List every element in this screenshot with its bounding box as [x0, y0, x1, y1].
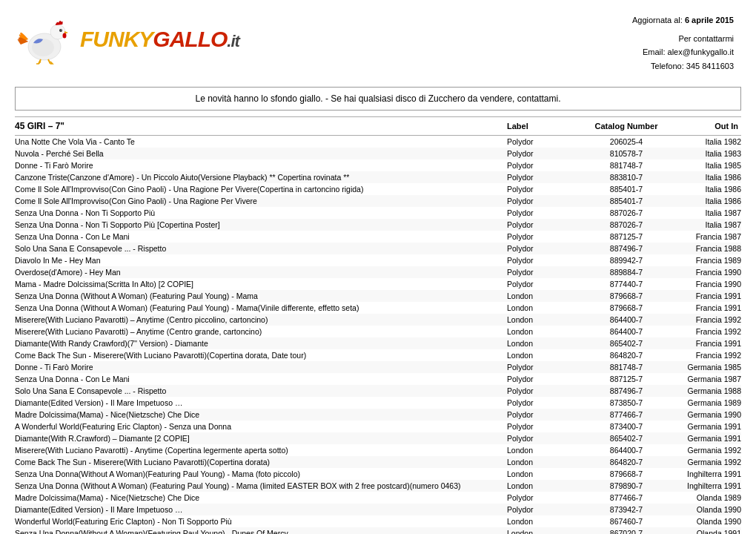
record-catalog: 865402-7 — [586, 337, 667, 349]
record-catalog: 887026-7 — [586, 219, 667, 231]
table-row: Diamante(With Randy Crawford)(7'' Versio… — [15, 337, 741, 349]
page-header: FUNKYGALLO.it Aggiornata al: 6 aprile 20… — [0, 0, 756, 81]
svg-point-5 — [63, 33, 67, 39]
record-outin: Germania 1992 — [667, 456, 741, 468]
record-catalog: 881748-7 — [586, 361, 667, 373]
record-outin: Germania 1985 — [667, 361, 741, 373]
record-outin: Italia 1986 — [667, 195, 741, 207]
record-title: Senza Una Donna (Without A Woman) (Featu… — [15, 302, 504, 314]
record-catalog: 879890-7 — [586, 480, 667, 492]
record-outin: Germania 1989 — [667, 397, 741, 409]
record-catalog: 887496-7 — [586, 385, 667, 397]
record-outin: Germania 1988 — [667, 385, 741, 397]
record-label: Polydor — [504, 373, 586, 385]
record-outin: Olanda 1991 — [667, 527, 741, 534]
record-title: Donne - Ti Farò Morire — [15, 361, 504, 373]
table-row: Diavolo In Me - Hey ManPolydor889942-7Fr… — [15, 254, 741, 266]
logo-area: FUNKYGALLO.it — [15, 13, 239, 65]
table-row: Solo Una Sana E Consapevole ... - Rispet… — [15, 243, 741, 254]
record-catalog: 889942-7 — [586, 254, 667, 266]
record-label: Polydor — [504, 219, 586, 231]
svg-line-7 — [48, 59, 50, 64]
record-catalog: 887026-7 — [586, 207, 667, 219]
table-row: Senza Una Donna (Without A Woman) (Featu… — [15, 290, 741, 302]
record-title: Mama - Madre Dolcissima(Scritta In Alto)… — [15, 278, 504, 290]
record-outin: Italia 1986 — [667, 183, 741, 195]
record-catalog: 873850-7 — [586, 397, 667, 409]
record-title: A Wonderful World(Featuring Eric Clapton… — [15, 421, 504, 432]
record-catalog: 879668-7 — [586, 468, 667, 480]
record-title: Come Il Sole All'Improvviso(Con Gino Pao… — [15, 195, 504, 207]
record-catalog: 885401-7 — [586, 195, 667, 207]
logo-brand: FUNKYGALLO.it — [80, 28, 239, 50]
record-label: Polydor — [504, 171, 586, 183]
record-outin: Germania 1990 — [667, 409, 741, 421]
record-label: London — [504, 527, 586, 534]
record-outin: Francia 1992 — [667, 326, 741, 337]
record-label: London — [504, 337, 586, 349]
record-title: Senza Una Donna(Without A Woman)(Featuri… — [15, 527, 504, 534]
record-catalog: 810578-7 — [586, 148, 667, 159]
record-label: Polydor — [504, 432, 586, 444]
svg-point-4 — [61, 30, 62, 30]
announcement-banner: Le novità hanno lo sfondo giallo. - Se h… — [15, 87, 741, 111]
record-catalog: 877466-7 — [586, 409, 667, 421]
record-outin: Francia 1992 — [667, 349, 741, 361]
record-outin: Olanda 1989 — [667, 492, 741, 504]
record-label: London — [504, 468, 586, 480]
record-label: Polydor — [504, 243, 586, 254]
table-row: Una Notte Che Vola Via - Canto TePolydor… — [15, 135, 741, 148]
table-row: Senza Una Donna (Without A Woman) (Featu… — [15, 302, 741, 314]
record-outin: Francia 1992 — [667, 314, 741, 326]
banner-text: Le novità hanno lo sfondo giallo. - Se h… — [196, 93, 561, 104]
record-label: Polydor — [504, 278, 586, 290]
record-title: Miserere(With Luciano Pavarotti) – Anyti… — [15, 326, 504, 337]
record-catalog: 887125-7 — [586, 373, 667, 385]
record-label: Polydor — [504, 254, 586, 266]
record-outin: Germania 1991 — [667, 432, 741, 444]
record-title: Miserere(With Luciano Pavarotti) - Anyti… — [15, 444, 504, 456]
record-catalog: 865402-7 — [586, 432, 667, 444]
col-header-outin: Out In — [667, 116, 741, 135]
record-catalog: 867020-7 — [586, 527, 667, 534]
record-catalog: 887496-7 — [586, 243, 667, 254]
record-label: London — [504, 314, 586, 326]
record-outin: Francia 1988 — [667, 243, 741, 254]
table-row: Senza Una Donna - Non Ti Sopporto Più [C… — [15, 219, 741, 231]
record-catalog: 873942-7 — [586, 504, 667, 515]
record-outin: Olanda 1990 — [667, 515, 741, 527]
table-row: Come Il Sole All'Improvviso(Con Gino Pao… — [15, 195, 741, 207]
record-catalog: 877466-7 — [586, 492, 667, 504]
record-title: Diamante(With Randy Crawford)(7'' Versio… — [15, 337, 504, 349]
record-title: Come Back The Sun - Miserere(With Lucian… — [15, 456, 504, 468]
table-row: Senza Una Donna - Con Le ManiPolydor8871… — [15, 231, 741, 243]
contact-info: Aggiornata al: 6 aprile 2015 Per contatt… — [632, 13, 734, 73]
table-row: Senza Una Donna (Without A Woman) (Featu… — [15, 480, 741, 492]
record-label: Polydor — [504, 207, 586, 219]
record-label: London — [504, 302, 586, 314]
record-label: Polydor — [504, 183, 586, 195]
record-label: Polydor — [504, 266, 586, 278]
table-row: Diamante(Edited Version) - Il Mare Impet… — [15, 504, 741, 515]
record-outin: Inghilterra 1991 — [667, 468, 741, 480]
record-outin: Italia 1986 — [667, 171, 741, 183]
record-catalog: 887125-7 — [586, 231, 667, 243]
record-label: London — [504, 480, 586, 492]
table-row: Miserere(With Luciano Pavarotti) – Anyti… — [15, 314, 741, 326]
record-title: Senza Una Donna(Without A Woman)(Featuri… — [15, 468, 504, 480]
svg-point-3 — [59, 29, 62, 32]
record-outin: Francia 1991 — [667, 337, 741, 349]
record-title: Solo Una Sana E Consapevole ... - Rispet… — [15, 243, 504, 254]
record-outin: Italia 1983 — [667, 148, 741, 159]
col-header-label: Label — [504, 116, 586, 135]
table-row: Come Back The Sun - Miserere(With Lucian… — [15, 349, 741, 361]
record-label: Polydor — [504, 397, 586, 409]
table-row: Donne - Ti Farò MorirePolydor881748-7Ita… — [15, 159, 741, 171]
table-row: Madre Dolcissima(Mama) - Nice(Nietzsche)… — [15, 492, 741, 504]
record-label: Polydor — [504, 159, 586, 171]
record-label: Polydor — [504, 195, 586, 207]
email-line: Email: alex@funkygallo.it — [632, 45, 734, 59]
table-row: A Wonderful World(Featuring Eric Clapton… — [15, 421, 741, 432]
record-title: Diamante(Edited Version) - Il Mare Impet… — [15, 504, 504, 515]
record-title: Una Notte Che Vola Via - Canto Te — [15, 135, 504, 148]
